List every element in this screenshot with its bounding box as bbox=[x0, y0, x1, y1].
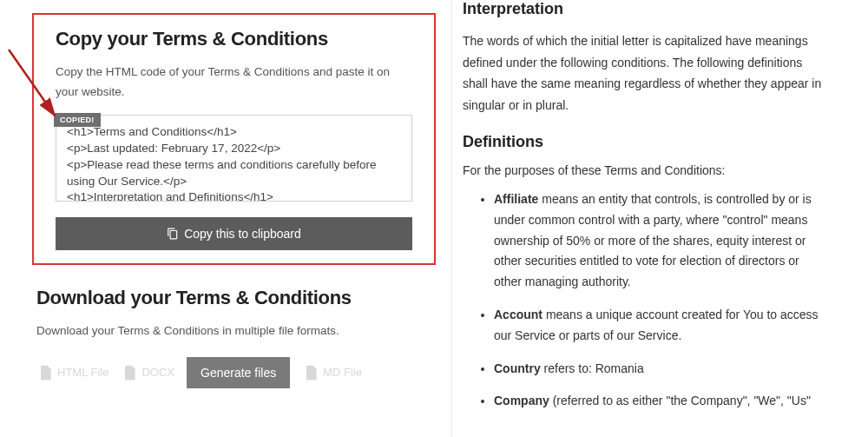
copy-icon bbox=[167, 228, 179, 240]
format-label: DOCX bbox=[141, 366, 174, 379]
format-docx: DOCX bbox=[121, 363, 174, 382]
file-icon bbox=[121, 363, 138, 382]
format-label: HTML File bbox=[57, 366, 108, 379]
copy-button-label: Copy this to clipboard bbox=[184, 227, 301, 241]
format-md: MD File bbox=[302, 363, 362, 382]
definition-item: Company (referred to as either "the Comp… bbox=[494, 391, 825, 412]
interpretation-body: The words of which the initial letter is… bbox=[463, 30, 825, 116]
copy-to-clipboard-button[interactable]: Copy this to clipboard bbox=[56, 217, 412, 250]
format-label: MD File bbox=[323, 366, 362, 379]
code-textarea[interactable] bbox=[56, 115, 412, 202]
definitions-list: Affiliate means an entity that controls,… bbox=[463, 189, 825, 412]
terms-preview-panel: Interpretation The words of which the in… bbox=[451, 0, 851, 437]
file-icon bbox=[36, 363, 54, 382]
copy-section-title: Copy your Terms & Conditions bbox=[56, 28, 412, 50]
interpretation-heading: Interpretation bbox=[463, 0, 825, 18]
copied-badge: COPIED! bbox=[54, 113, 101, 127]
definition-item: Account means a unique account created f… bbox=[494, 305, 825, 347]
format-html: HTML File bbox=[36, 363, 108, 382]
definition-item: Country refers to: Romania bbox=[494, 359, 825, 380]
download-section: Download your Terms & Conditions Downloa… bbox=[36, 287, 418, 388]
definitions-intro: For the purposes of these Terms and Cond… bbox=[463, 163, 825, 177]
generate-files-button[interactable]: Generate files bbox=[187, 357, 290, 388]
download-section-title: Download your Terms & Conditions bbox=[36, 287, 418, 309]
copy-section-subtitle: Copy the HTML code of your Terms & Condi… bbox=[56, 63, 412, 103]
download-section-subtitle: Download your Terms & Conditions in mult… bbox=[36, 321, 418, 341]
definition-item: Affiliate means an entity that controls,… bbox=[494, 189, 825, 293]
definitions-heading: Definitions bbox=[463, 133, 825, 151]
file-icon bbox=[302, 363, 319, 382]
copy-section-highlight: Copy your Terms & Conditions Copy the HT… bbox=[32, 13, 436, 265]
